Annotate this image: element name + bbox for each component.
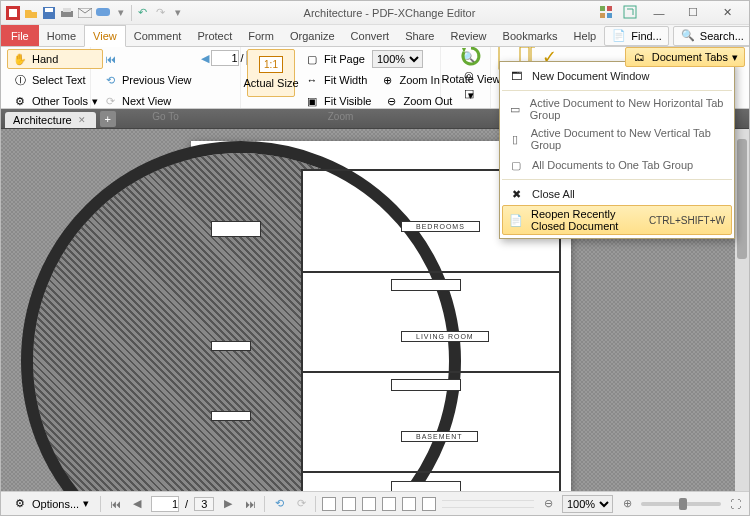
- find-icon: 📄: [611, 28, 627, 44]
- tab-home[interactable]: Home: [39, 25, 84, 46]
- qat-dropdown2-icon[interactable]: ▾: [170, 5, 186, 21]
- find-button[interactable]: 📄Find...: [604, 26, 669, 46]
- zoom-slider[interactable]: [641, 502, 721, 506]
- fullscreen-icon[interactable]: ⛶: [727, 496, 743, 512]
- tab-protect[interactable]: Protect: [189, 25, 240, 46]
- tab-view[interactable]: View: [84, 25, 126, 47]
- fit-page[interactable]: ▢Fit Page: [299, 49, 370, 69]
- first-page-status[interactable]: ⏮: [107, 496, 123, 512]
- last-page-status[interactable]: ⏭: [242, 496, 258, 512]
- fitvisible-icon: ▣: [304, 93, 320, 109]
- first-icon: ⏮: [102, 51, 118, 67]
- room-label: BEDROOMS: [401, 221, 480, 232]
- zoom-in-status[interactable]: ⊕: [619, 496, 635, 512]
- tab-help[interactable]: Help: [566, 25, 605, 46]
- launch-icon[interactable]: [623, 5, 637, 21]
- qat-scan-icon[interactable]: [95, 5, 111, 21]
- qat-print-icon[interactable]: [59, 5, 75, 21]
- svg-rect-3: [45, 8, 53, 12]
- page-input[interactable]: [211, 50, 239, 66]
- text-cursor-icon: Ⓘ: [12, 72, 28, 88]
- actual-size[interactable]: 1:1 Actual Size: [247, 49, 295, 97]
- maximize-button[interactable]: ☐: [681, 5, 705, 21]
- fit-visible[interactable]: ▣Fit Visible: [299, 91, 376, 111]
- svg-rect-12: [624, 6, 636, 18]
- layout-two-cont-icon[interactable]: [382, 497, 396, 511]
- forward-icon: ⟳: [102, 93, 118, 109]
- hand-icon: ✋: [12, 51, 28, 67]
- close-button[interactable]: ✕: [715, 5, 739, 21]
- prev-view[interactable]: ⟲Previous View: [97, 70, 197, 90]
- layout-cover-cont-icon[interactable]: [422, 497, 436, 511]
- layout-cont-icon[interactable]: [342, 497, 356, 511]
- document-tab-label: Architecture: [13, 114, 72, 126]
- merge-icon: ▢: [508, 157, 524, 173]
- tab-file[interactable]: File: [1, 25, 39, 46]
- tab-review[interactable]: Review: [442, 25, 494, 46]
- fit-width[interactable]: ↔Fit Width: [299, 70, 372, 90]
- minimize-button[interactable]: —: [647, 5, 671, 21]
- chevron-down-icon: ▾: [732, 51, 738, 64]
- tab-form[interactable]: Form: [240, 25, 282, 46]
- zoom-select[interactable]: 100%: [372, 50, 423, 68]
- qat-save-icon[interactable]: [41, 5, 57, 21]
- layout-two-icon[interactable]: [362, 497, 376, 511]
- ui-settings-icon[interactable]: [599, 5, 613, 21]
- search-button[interactable]: 🔍Search...: [673, 26, 750, 46]
- tab-share[interactable]: Share: [397, 25, 442, 46]
- tab-comment[interactable]: Comment: [126, 25, 190, 46]
- zoom-in[interactable]: ⊕Zoom In: [374, 70, 444, 90]
- next-page-status[interactable]: ▶: [220, 496, 236, 512]
- app-icon: [5, 5, 21, 21]
- group-label-zoom: Zoom: [247, 111, 434, 122]
- mi-reopen[interactable]: 📄 Reopen Recently Closed Document CTRL+S…: [502, 205, 732, 235]
- document-tab[interactable]: Architecture ✕: [5, 112, 96, 128]
- next-view[interactable]: ⟳Next View: [97, 91, 197, 111]
- options-button[interactable]: ⚙Options...▾: [7, 494, 94, 514]
- tab-bookmarks[interactable]: Bookmarks: [495, 25, 566, 46]
- tabs-icon: 🗂: [632, 49, 648, 65]
- gear-icon: ⚙: [12, 93, 28, 109]
- qat-dropdown-icon[interactable]: ▾: [113, 5, 129, 21]
- vertical-scrollbar[interactable]: [735, 129, 749, 493]
- prev-view-status[interactable]: ⟲: [271, 496, 287, 512]
- add-tab-button[interactable]: +: [100, 111, 116, 127]
- tab-organize[interactable]: Organize: [282, 25, 343, 46]
- hand-tool[interactable]: ✋Hand: [7, 49, 103, 69]
- prev-page-status[interactable]: ◀: [129, 496, 145, 512]
- document-tabs-button[interactable]: 🗂 Document Tabs ▾: [625, 47, 745, 67]
- actual-size-icon: 1:1: [259, 56, 283, 73]
- qat-open-icon[interactable]: [23, 5, 39, 21]
- svg-rect-9: [607, 6, 612, 11]
- rotate-view[interactable]: Rotate View▾: [447, 49, 495, 97]
- page-input-status[interactable]: [151, 496, 179, 512]
- select-text-tool[interactable]: ⒾSelect Text: [7, 70, 103, 90]
- mi-horiz-group: ▭Active Document to New Horizontal Tab G…: [500, 94, 734, 124]
- zoom-out-status[interactable]: ⊖: [540, 496, 556, 512]
- svg-rect-10: [600, 13, 605, 18]
- first-page[interactable]: ⏮: [97, 49, 197, 69]
- minus-icon: ⊖: [383, 93, 399, 109]
- hscroll-track[interactable]: [442, 500, 534, 508]
- search-icon: 🔍: [680, 28, 696, 44]
- zoom-select-status[interactable]: 100%: [562, 495, 613, 513]
- room-label: LIVING ROOM: [401, 331, 489, 342]
- room-label: BASEMENT: [401, 431, 478, 442]
- tab-convert[interactable]: Convert: [343, 25, 398, 46]
- chevron-down-icon: ▾: [83, 497, 89, 510]
- qat-mail-icon[interactable]: [77, 5, 93, 21]
- mi-new-window[interactable]: 🗔New Document Window: [500, 65, 734, 87]
- mi-one-group: ▢All Documents to One Tab Group: [500, 154, 734, 176]
- gear-icon: ⚙: [12, 496, 28, 512]
- layout-single-icon[interactable]: [322, 497, 336, 511]
- close-tab-icon[interactable]: ✕: [78, 115, 86, 125]
- shortcut: CTRL+SHIFT+W: [649, 215, 725, 226]
- page-total-status: 3: [194, 497, 214, 511]
- mi-close-all[interactable]: ✖Close All: [500, 183, 734, 205]
- split-h-icon: ▭: [508, 101, 522, 117]
- layout-cover-icon[interactable]: [402, 497, 416, 511]
- svg-rect-8: [600, 6, 605, 11]
- other-tools[interactable]: ⚙Other Tools▾: [7, 91, 103, 111]
- undo-icon[interactable]: ↶: [134, 5, 150, 21]
- prev-page[interactable]: ◀: [201, 52, 209, 65]
